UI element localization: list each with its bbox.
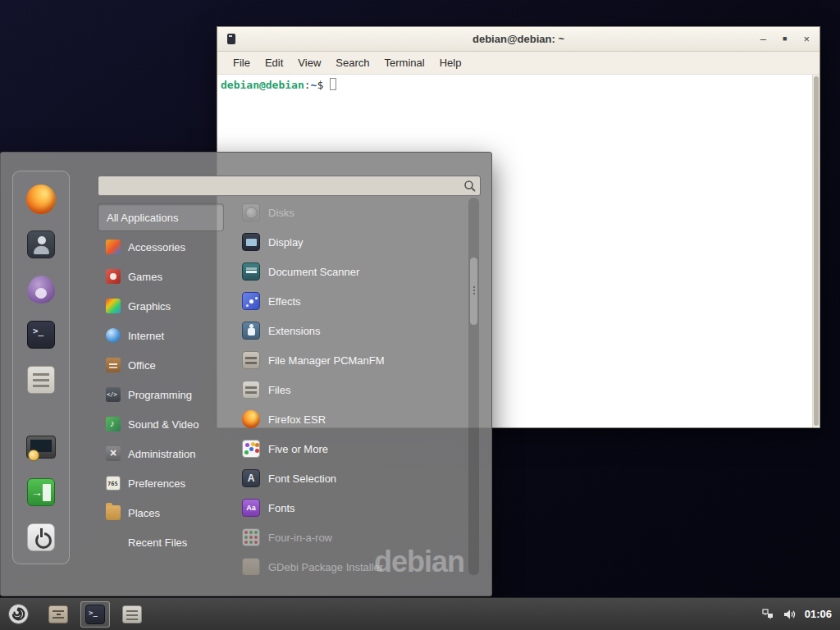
app-effects[interactable]: Effects <box>232 286 465 316</box>
effects-icon <box>242 292 260 310</box>
category-internet[interactable]: Internet <box>98 322 224 349</box>
favorite-archive[interactable] <box>26 365 56 395</box>
category-label: Administration <box>128 448 195 460</box>
app-label: File Manager PCManFM <box>268 354 385 367</box>
system-tray: 01:06 <box>762 608 840 620</box>
app-list: Disks Display Document Scanner Effects E… <box>232 198 465 575</box>
menu-view[interactable]: View <box>290 57 328 69</box>
search-input[interactable] <box>98 176 481 196</box>
debian-swirl-icon <box>7 603 30 625</box>
favorite-terminal[interactable] <box>26 320 56 349</box>
category-accessories[interactable]: Accessories <box>98 233 224 261</box>
terminal-titlebar[interactable]: debian@debian: ~ – ■ × <box>217 27 819 52</box>
favorite-pidgin[interactable] <box>26 275 56 304</box>
terminal-icon <box>85 605 105 624</box>
network-icon[interactable] <box>762 609 774 619</box>
app-files[interactable]: Files <box>232 375 465 404</box>
menu-terminal[interactable]: Terminal <box>377 57 432 69</box>
firefox-icon <box>26 185 56 214</box>
category-places[interactable]: Places <box>98 499 224 527</box>
category-list: All Applications Accessories Games Graph… <box>98 203 224 558</box>
log-out-icon <box>27 478 55 506</box>
app-label: Display <box>268 236 304 249</box>
graphics-icon <box>106 299 121 313</box>
terminal-title: debian@debian: ~ <box>217 33 819 45</box>
five-or-more-icon <box>242 440 260 458</box>
firefox-icon <box>242 410 260 428</box>
app-document-scanner[interactable]: Document Scanner <box>232 257 465 286</box>
category-label: Internet <box>128 330 164 342</box>
font-selection-icon <box>242 469 260 487</box>
app-label: Fonts <box>268 502 295 514</box>
debian-watermark: debian <box>374 545 464 579</box>
app-disks[interactable]: Disks <box>232 198 465 227</box>
archive-icon <box>27 366 55 394</box>
category-label: Recent Files <box>128 536 187 549</box>
category-label: Accessories <box>128 241 185 253</box>
category-all-applications[interactable]: All Applications <box>98 203 224 231</box>
minimize-button[interactable]: – <box>760 34 766 44</box>
app-fonts[interactable]: Fonts <box>232 493 465 523</box>
menu-button[interactable] <box>0 598 36 630</box>
extensions-icon <box>242 322 260 340</box>
category-label: Preferences <box>128 477 185 490</box>
maximize-button[interactable]: ■ <box>783 34 787 44</box>
category-preferences[interactable]: Preferences <box>98 469 224 497</box>
category-administration[interactable]: Administration <box>98 440 224 468</box>
category-games[interactable]: Games <box>98 262 224 290</box>
sound-video-icon <box>106 417 121 431</box>
prompt-colon: : <box>304 79 311 91</box>
prompt-user: debian@debian <box>221 79 304 91</box>
terminal-icon <box>27 321 55 349</box>
terminal-scrollbar-thumb[interactable] <box>814 76 819 426</box>
category-label: Sound & Video <box>128 418 199 431</box>
terminal-scrollbar[interactable] <box>812 75 819 427</box>
administration-icon <box>106 446 121 461</box>
accessories-icon <box>106 240 121 254</box>
app-label: Files <box>268 384 290 396</box>
favorite-users[interactable] <box>26 230 56 259</box>
taskbar-file-manager[interactable] <box>43 601 73 628</box>
taskbar-files[interactable] <box>117 601 147 628</box>
lock-screen-button[interactable] <box>26 432 56 462</box>
menu-search[interactable]: Search <box>328 57 377 69</box>
app-label: GDebi Package Installer <box>268 561 383 573</box>
category-sound-video[interactable]: Sound & Video <box>98 410 224 438</box>
favorite-firefox[interactable] <box>26 185 56 214</box>
gdebi-icon <box>242 558 260 575</box>
shut-down-icon <box>27 523 55 551</box>
taskbar: 01:06 <box>0 597 840 630</box>
app-label: Firefox ESR <box>268 413 326 426</box>
favorites-bar <box>12 171 70 564</box>
log-out-button[interactable] <box>26 477 56 507</box>
menu-help[interactable]: Help <box>432 57 469 69</box>
menu-file[interactable]: File <box>226 57 258 69</box>
app-label: Five or More <box>268 443 328 455</box>
places-folder-icon <box>106 505 121 520</box>
shut-down-button[interactable] <box>26 523 56 552</box>
category-programming[interactable]: Programming <box>98 381 224 409</box>
category-recent-files[interactable]: Recent Files <box>98 528 224 556</box>
app-five-or-more[interactable]: Five or More <box>232 434 465 463</box>
app-list-scrollbar[interactable] <box>468 198 479 575</box>
close-button[interactable]: × <box>803 34 810 44</box>
app-file-manager-pcmanfm[interactable]: File Manager PCManFM <box>232 345 465 375</box>
file-manager-icon <box>242 351 260 369</box>
category-graphics[interactable]: Graphics <box>98 292 224 320</box>
terminal-menubar: File Edit View Search Terminal Help <box>217 52 819 75</box>
app-label: Font Selection <box>268 472 336 485</box>
app-label: Effects <box>268 295 301 308</box>
app-display[interactable]: Display <box>232 227 465 257</box>
taskbar-terminal[interactable] <box>80 601 110 628</box>
scrollbar-thumb[interactable] <box>469 257 478 326</box>
users-icon <box>27 231 55 258</box>
four-in-a-row-icon <box>242 528 260 546</box>
games-icon <box>106 269 121 284</box>
app-firefox-esr[interactable]: Firefox ESR <box>232 404 465 434</box>
category-office[interactable]: Office <box>98 351 224 379</box>
clock[interactable]: 01:06 <box>805 608 832 620</box>
app-extensions[interactable]: Extensions <box>232 316 465 345</box>
volume-icon[interactable] <box>783 609 796 620</box>
menu-edit[interactable]: Edit <box>258 57 290 69</box>
app-font-selection[interactable]: Font Selection <box>232 463 465 493</box>
